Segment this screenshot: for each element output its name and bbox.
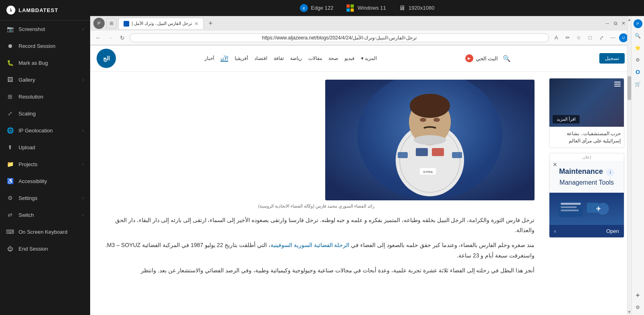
site-search-button[interactable]: 🔍 bbox=[503, 55, 511, 62]
collections-button[interactable]: ⭐ bbox=[634, 43, 642, 52]
more-button[interactable]: ⋯ bbox=[608, 33, 617, 43]
os-info: Windows 11 bbox=[346, 4, 386, 12]
sidebar-item-label: Projects bbox=[19, 161, 37, 167]
article-link-1[interactable]: الرحلة الفضائية السورية السوفيتية bbox=[270, 242, 350, 248]
sidebar-item-gallery[interactable]: 🖼 Gallery › bbox=[0, 71, 90, 88]
ad-title: Maintenance bbox=[559, 167, 603, 176]
scroll-up-arrow[interactable]: ▲ bbox=[627, 16, 631, 23]
nav-articles[interactable]: مقالات bbox=[308, 56, 322, 61]
sidebar: λ LAMBDATEST 📷 Screenshot › ⏺ Record Ses… bbox=[0, 0, 90, 315]
forward-button[interactable]: → bbox=[105, 33, 115, 43]
tab-grid-button[interactable]: ⊞ bbox=[106, 18, 117, 29]
sidebar-item-on-screen-keyboard[interactable]: ⌨ On Screen Keyboard bbox=[0, 223, 90, 240]
back-button[interactable]: ← bbox=[93, 33, 103, 43]
bottom-settings-button[interactable]: ⚙ bbox=[634, 303, 642, 312]
ad-body: i Maintenance Management Tools bbox=[549, 161, 624, 193]
user-profile-button[interactable]: P bbox=[634, 19, 642, 28]
article-sidebar: اقرأ المزيد حرب المستشفيات.. بشاعة إسرائ… bbox=[543, 72, 631, 315]
sidebar-item-settings[interactable]: ⚙ Settings › bbox=[0, 189, 90, 206]
site-logo: الج bbox=[97, 49, 116, 68]
content-area: اقرأ المزيد حرب المستشفيات.. بشاعة إسرائ… bbox=[90, 72, 631, 315]
share-button[interactable]: ⤤ bbox=[597, 33, 606, 43]
search-button[interactable]: 🔍 bbox=[634, 31, 642, 40]
ad-open-button[interactable]: Open › bbox=[549, 225, 624, 237]
nav-video[interactable]: فيديو bbox=[345, 56, 355, 61]
sidebar-item-ip-geolocation[interactable]: 🌐 IP Geolocation › bbox=[0, 122, 90, 139]
refresh-button[interactable]: ↻ bbox=[118, 33, 127, 43]
browser-tab[interactable]: ترحل الفارس النبيل.. وترك الأمل | ✕ bbox=[118, 18, 204, 29]
article-paragraph-2: منذ صغره وحلم الفارس بالفضاء، وعندما كبر… bbox=[98, 240, 535, 260]
tab-title: ترحل الفارس النبيل.. وترك الأمل | bbox=[132, 21, 192, 26]
brand-icon: λ bbox=[6, 6, 15, 14]
sidebar-item-resolution[interactable]: ⊞ Resolution bbox=[0, 88, 90, 105]
sidebar-item-end-session[interactable]: ⏻ End Session bbox=[0, 240, 90, 257]
sidebar-item-label: End Session bbox=[19, 246, 48, 252]
sidebar-item-label: Scaling bbox=[19, 111, 36, 117]
svg-text:SYRIA: SYRIA bbox=[423, 170, 433, 174]
nav-now[interactable]: الآن bbox=[221, 55, 228, 62]
chevron-right-icon: › bbox=[82, 27, 84, 31]
chevron-right-icon: › bbox=[82, 77, 84, 82]
card-title: حرب المستشفيات.. بشاعة إسرائيلية على مرأ… bbox=[553, 130, 621, 144]
new-tab-button[interactable]: + bbox=[205, 18, 216, 29]
play-icon: ▶ bbox=[465, 54, 473, 62]
sidebar-item-upload[interactable]: ⬆ Upload bbox=[0, 139, 90, 156]
ad-open-label: Open bbox=[606, 228, 619, 234]
favorites-button[interactable]: ☆ bbox=[574, 33, 584, 43]
svg-rect-25 bbox=[398, 152, 408, 158]
browser-chrome: P ⊞ ترحل الفارس النبيل.. وترك الأمل | ✕ … bbox=[90, 16, 631, 45]
reader-view-button[interactable]: A bbox=[551, 33, 561, 43]
svg-text:e: e bbox=[303, 6, 305, 10]
scroll-thumb[interactable] bbox=[627, 76, 631, 100]
sidebar-item-switch[interactable]: ⇄ Switch › bbox=[0, 206, 90, 223]
scroll-down-arrow[interactable]: ▼ bbox=[627, 309, 631, 315]
svg-rect-18 bbox=[432, 148, 444, 156]
browser-info: e Edge 122 bbox=[300, 4, 334, 12]
sidebar-item-screenshot[interactable]: 📷 Screenshot › bbox=[0, 21, 90, 37]
register-button[interactable]: تسجيل bbox=[599, 53, 625, 64]
svg-rect-7 bbox=[561, 203, 581, 205]
browser-area: P ⊞ ترحل الفارس النبيل.. وترك الأمل | ✕ … bbox=[90, 16, 631, 315]
sidebar-item-record-session[interactable]: ⏺ Record Session bbox=[0, 37, 90, 54]
nav-news[interactable]: أخبار bbox=[204, 56, 214, 61]
sidebar-item-projects[interactable]: 📁 Projects › bbox=[0, 156, 90, 173]
bug-icon: 🐛 bbox=[6, 59, 14, 66]
add-extension-button[interactable]: + bbox=[634, 291, 642, 300]
sidebar-item-label: Gallery bbox=[19, 77, 35, 83]
ad-close-button[interactable]: ✕ bbox=[553, 161, 557, 168]
svg-point-24 bbox=[433, 118, 440, 122]
nav-economy[interactable]: اقتصاد bbox=[254, 56, 267, 61]
settings-button[interactable]: ⚙ bbox=[634, 56, 642, 64]
sidebar-item-scaling[interactable]: ⤢ Scaling bbox=[0, 105, 90, 122]
svg-point-23 bbox=[420, 118, 426, 122]
live-broadcast[interactable]: البث الحي ▶ bbox=[465, 54, 498, 62]
sidebar-item-label: Accessibility bbox=[19, 178, 47, 184]
sidebar-item-mark-as-bug[interactable]: 🐛 Mark as Bug bbox=[0, 54, 90, 71]
close-button[interactable]: ✕ bbox=[621, 21, 626, 26]
shopping-button[interactable]: 🛒 bbox=[634, 80, 642, 89]
outlook-button[interactable]: O bbox=[634, 68, 642, 76]
collections-button[interactable]: □ bbox=[585, 33, 595, 43]
sidebar-item-label: Mark as Bug bbox=[19, 60, 48, 66]
nav-africa[interactable]: أفريقيا bbox=[235, 56, 248, 61]
svg-rect-2 bbox=[347, 4, 350, 8]
add-notes-button[interactable]: ✏ bbox=[563, 33, 572, 43]
nav-mazid[interactable]: المزيد ▾ bbox=[361, 56, 377, 61]
nav-health[interactable]: صحة bbox=[328, 56, 338, 61]
upload-icon: ⬆ bbox=[6, 144, 14, 151]
keyboard-icon: ⌨ bbox=[6, 228, 14, 235]
ad-image: ✈ bbox=[549, 193, 624, 225]
restore-button[interactable]: ⧉ bbox=[613, 21, 618, 26]
nav-sports[interactable]: رياضة bbox=[290, 56, 302, 61]
nav-culture[interactable]: ثقافة bbox=[274, 56, 284, 61]
record-icon: ⏺ bbox=[6, 42, 14, 49]
monitor-icon: 🖥 bbox=[399, 4, 405, 12]
address-input[interactable] bbox=[130, 33, 549, 42]
sidebar-item-accessibility[interactable]: ♿ Accessibility bbox=[0, 173, 90, 189]
tab-close-button[interactable]: ✕ bbox=[194, 21, 198, 27]
vertical-scrollbar[interactable]: ▲ ▼ bbox=[627, 16, 631, 315]
minimize-button[interactable]: ─ bbox=[605, 21, 610, 26]
read-more-button[interactable]: اقرأ المزيد bbox=[553, 115, 580, 124]
browser-label: Edge 122 bbox=[311, 5, 334, 11]
switch-icon: ⇄ bbox=[6, 211, 14, 218]
